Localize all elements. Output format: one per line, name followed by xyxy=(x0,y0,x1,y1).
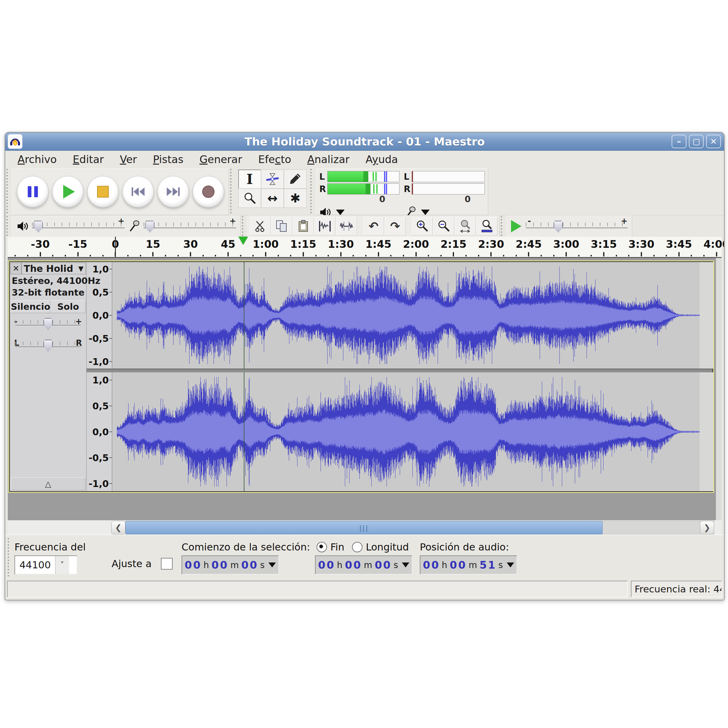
selection-end-field[interactable]: 00h 00m 00s xyxy=(315,555,412,575)
audio-position-label: Posición de audio: xyxy=(420,541,509,553)
timeline-tick xyxy=(403,255,404,257)
pause-button[interactable] xyxy=(17,176,48,207)
maximize-button[interactable]: ▢ xyxy=(689,135,704,148)
menu-item-efecto[interactable]: Efecto xyxy=(250,152,299,167)
zoom-out-button[interactable] xyxy=(433,217,454,236)
menu-item-generar[interactable]: Generar xyxy=(191,152,250,167)
mixer-toolbar: - + - + xyxy=(12,216,241,237)
playback-meter-scale: 0 xyxy=(319,195,399,204)
paste-icon xyxy=(297,220,310,233)
solo-button[interactable]: Solo xyxy=(50,300,86,313)
menu-item-pistas[interactable]: Pistas xyxy=(145,152,191,167)
combo-chevron-icon[interactable]: ˅ xyxy=(55,556,69,574)
zoom-tool-button[interactable] xyxy=(238,189,261,208)
fit-project-button[interactable] xyxy=(477,217,497,236)
recording-meter[interactable]: L R 0 xyxy=(404,170,485,220)
track-gain-slider[interactable] xyxy=(15,317,81,330)
spinner-icon[interactable] xyxy=(402,563,409,567)
trim-audio-button[interactable] xyxy=(314,217,335,236)
track-title-menu[interactable]: The Holid ▼ xyxy=(21,263,86,274)
vertical-ruler-right-channel[interactable]: 1,00,50,0-0,5-1,0 xyxy=(87,372,112,491)
timeline-label: 15 xyxy=(146,238,160,250)
output-volume-slider[interactable]: - + xyxy=(32,220,124,232)
time-shift-tool-button[interactable]: ↔ xyxy=(261,189,284,208)
track-pan-thumb[interactable] xyxy=(43,340,53,351)
mixer-toolbar-gripper[interactable] xyxy=(5,216,12,236)
playback-device-dropdown[interactable] xyxy=(336,210,344,215)
timeline-tick xyxy=(40,252,41,257)
spinner-icon[interactable] xyxy=(507,563,514,567)
scroll-left-button[interactable]: ❮ xyxy=(111,521,125,534)
spinner-icon[interactable] xyxy=(268,563,276,567)
minimize-button[interactable]: – xyxy=(671,135,687,148)
transport-toolbar-gripper[interactable] xyxy=(5,169,12,214)
silence-audio-icon xyxy=(340,220,353,233)
envelope-tool-button[interactable] xyxy=(261,170,284,189)
project-rate-combo[interactable]: 44100 ˅ xyxy=(14,555,77,575)
meter-toolbar-gripper[interactable] xyxy=(309,169,316,214)
play-at-speed-button[interactable] xyxy=(511,220,522,232)
waveform-left-channel[interactable] xyxy=(112,262,713,369)
audio-position-field[interactable]: 00h 00m 51s xyxy=(420,555,517,575)
menu-item-analizar[interactable]: Analizar xyxy=(299,152,358,167)
scrollbar-thumb[interactable]: ||| xyxy=(125,521,603,534)
track-control-panel: ✕ The Holid ▼ Estéreo, 44100Hz 32-bit fl… xyxy=(10,262,87,491)
playback-position-marker-icon[interactable] xyxy=(239,237,248,245)
track-close-button[interactable]: ✕ xyxy=(11,263,21,274)
amplitude-label: -0,5 xyxy=(89,453,109,463)
menu-item-ayuda[interactable]: Ayuda xyxy=(358,152,406,167)
tools-toolbar-gripper[interactable] xyxy=(229,169,236,214)
record-button[interactable] xyxy=(193,176,224,207)
menu-item-ver[interactable]: Ver xyxy=(112,152,145,167)
fit-selection-button[interactable] xyxy=(455,217,476,236)
scroll-right-button[interactable]: ❯ xyxy=(700,521,714,534)
radio-end[interactable] xyxy=(317,542,327,552)
edit-toolbar-gripper[interactable] xyxy=(241,216,248,236)
play-icon xyxy=(63,185,75,199)
redo-button[interactable]: ↷ xyxy=(385,217,405,236)
selection-tool-button[interactable]: I xyxy=(238,170,261,189)
recording-meter-scale: 0 xyxy=(404,195,485,204)
draw-tool-button[interactable] xyxy=(284,170,307,189)
mute-button[interactable]: Silencio xyxy=(11,300,50,313)
track-pan-slider[interactable] xyxy=(15,339,81,351)
menu-item-archivo[interactable]: Archivo xyxy=(9,152,65,167)
timeline-tick xyxy=(378,252,379,257)
input-volume-thumb[interactable] xyxy=(145,221,154,232)
amplitude-tick xyxy=(109,338,112,339)
output-volume-thumb[interactable] xyxy=(34,221,43,232)
title-bar[interactable]: The Holiday Soundtrack - 01 - Maestro – … xyxy=(5,133,724,151)
skip-to-end-button[interactable] xyxy=(158,176,189,207)
playback-meter[interactable]: L R xyxy=(319,170,399,220)
transcription-toolbar-gripper[interactable] xyxy=(500,216,506,236)
timeline-tick xyxy=(353,255,354,257)
play-button[interactable] xyxy=(52,176,84,207)
menu-item-editar[interactable]: Editar xyxy=(65,152,112,167)
radio-length[interactable] xyxy=(352,542,362,552)
waveform-right-channel[interactable] xyxy=(112,372,713,491)
close-button[interactable]: ✕ xyxy=(706,135,721,148)
zoom-in-button[interactable] xyxy=(412,217,433,236)
paste-button[interactable] xyxy=(293,217,314,236)
vertical-scrollbar[interactable] xyxy=(716,258,722,520)
recording-device-dropdown[interactable] xyxy=(421,210,430,215)
timeline-tick xyxy=(528,252,529,257)
playback-meter-left-label: L xyxy=(319,172,327,182)
play-speed-slider[interactable]: - + xyxy=(526,220,627,232)
undo-button[interactable]: ↶ xyxy=(363,217,384,236)
track-collapse-button[interactable]: △ xyxy=(11,477,86,490)
copy-button[interactable] xyxy=(271,217,292,236)
silence-audio-button[interactable] xyxy=(336,217,357,236)
track-gain-thumb[interactable] xyxy=(43,318,53,330)
snap-to-checkbox[interactable] xyxy=(161,558,173,570)
stop-button[interactable] xyxy=(87,176,119,207)
amplitude-label: -1,0 xyxy=(89,478,109,489)
input-volume-slider[interactable]: - + xyxy=(144,220,236,232)
skip-to-start-button[interactable] xyxy=(122,176,154,207)
timeline-ruler[interactable]: -30-1501530451:001:151:301:452:002:152:3… xyxy=(8,237,722,258)
multi-tool-button[interactable]: ✱ xyxy=(284,189,307,208)
selection-toolbar-gripper[interactable] xyxy=(6,538,13,577)
cut-button[interactable] xyxy=(250,217,271,236)
play-speed-thumb[interactable] xyxy=(554,221,563,232)
selection-start-field[interactable]: 00h 00m 00s xyxy=(182,555,279,575)
